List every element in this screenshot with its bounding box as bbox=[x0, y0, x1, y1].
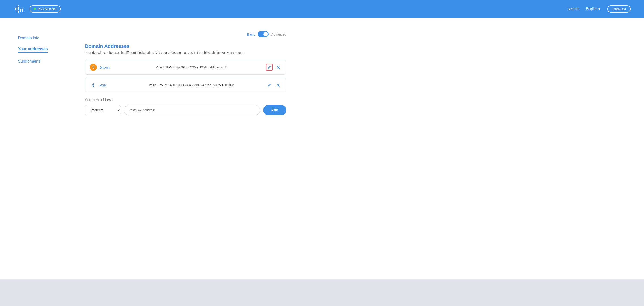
svg-rect-3 bbox=[16, 8, 18, 9]
rsk-address-row: RSK Value: 0x2824B21E348D520a50cDDFA77ba… bbox=[85, 78, 286, 92]
rsk-delete-button[interactable] bbox=[275, 82, 282, 88]
svg-point-15 bbox=[92, 83, 94, 85]
rsk-address-value: Value: 0x2824B21E348D520a50cDDFA77ba1588… bbox=[118, 83, 266, 87]
sidebar-item-domain-info[interactable]: Domain info bbox=[18, 36, 67, 40]
add-address-title: Add new address bbox=[85, 98, 286, 102]
svg-rect-5 bbox=[16, 11, 18, 11]
bitcoin-address-value: Value: 1FZuPjFqcQGgxYY2wyHGXFHyFtjuswspU… bbox=[118, 65, 266, 69]
rsk-coin-label: RSK bbox=[100, 83, 118, 87]
rif-logo-icon: rif bbox=[14, 3, 24, 14]
logo: rif bbox=[14, 3, 24, 14]
advanced-label: Advanced bbox=[271, 32, 286, 36]
svg-rect-7 bbox=[18, 7, 19, 7]
svg-rect-10 bbox=[18, 11, 19, 11]
close-icon bbox=[276, 65, 280, 69]
add-address-section: Add new address Ethereum Bitcoin RSK Lit… bbox=[85, 98, 286, 115]
bitcoin-coin-label: Bitcoin bbox=[100, 65, 118, 69]
svg-rect-11 bbox=[18, 12, 19, 13]
sidebar-nav: Domain info Your addresses Subdomains bbox=[18, 31, 67, 266]
pencil-icon bbox=[268, 83, 271, 87]
language-selector[interactable]: English ▾ bbox=[586, 7, 600, 11]
rsk-row-actions bbox=[266, 82, 282, 88]
network-status-dot bbox=[34, 8, 36, 10]
bitcoin-row-actions bbox=[266, 64, 282, 71]
bitcoin-delete-button[interactable] bbox=[275, 64, 282, 71]
svg-text:rif: rif bbox=[20, 7, 24, 13]
language-label: English bbox=[586, 7, 598, 11]
chain-select[interactable]: Ethereum Bitcoin RSK Litecoin bbox=[85, 105, 121, 115]
svg-rect-1 bbox=[15, 9, 16, 10]
bitcoin-edit-button[interactable] bbox=[266, 64, 272, 71]
header-right: search English ▾ charlie.rsk bbox=[568, 5, 630, 12]
user-account-button[interactable]: charlie.rsk bbox=[607, 5, 630, 12]
chevron-down-icon: ▾ bbox=[598, 7, 600, 11]
svg-rect-0 bbox=[15, 8, 16, 9]
svg-rect-2 bbox=[16, 7, 18, 7]
pencil-icon bbox=[268, 65, 271, 69]
section-title: Domain Addresses bbox=[85, 43, 286, 49]
search-link[interactable]: search bbox=[568, 7, 579, 11]
network-label: RSK MainNet bbox=[38, 7, 56, 11]
address-input[interactable] bbox=[124, 105, 260, 115]
bitcoin-address-row: ₿ Bitcoin Value: 1FZuPjFqcQGgxYY2wyHGXFH… bbox=[85, 60, 286, 75]
svg-rect-9 bbox=[18, 9, 19, 10]
basic-advanced-toggle[interactable] bbox=[258, 31, 268, 37]
footer-decoration bbox=[0, 279, 644, 306]
section-description: Your domain can be used in different blo… bbox=[85, 51, 286, 54]
svg-rect-6 bbox=[18, 5, 19, 6]
network-badge[interactable]: RSK MainNet bbox=[30, 5, 60, 12]
bitcoin-coin-icon: ₿ bbox=[90, 64, 97, 71]
header-left: rif RSK MainNet bbox=[14, 3, 60, 14]
rsk-edit-button[interactable] bbox=[266, 82, 272, 88]
svg-point-16 bbox=[92, 86, 94, 87]
add-address-button[interactable]: Add bbox=[263, 105, 286, 115]
content-area: Basic Advanced Domain Addresses Your dom… bbox=[85, 31, 286, 266]
sidebar-item-your-addresses[interactable]: Your addresses bbox=[18, 47, 48, 53]
sidebar-item-subdomains[interactable]: Subdomains bbox=[18, 59, 67, 64]
svg-rect-4 bbox=[16, 9, 18, 10]
add-address-row: Ethereum Bitcoin RSK Litecoin Add bbox=[85, 105, 286, 115]
basic-label: Basic bbox=[247, 32, 255, 36]
header: rif RSK MainNet search English ▾ charlie… bbox=[0, 0, 644, 18]
svg-rect-8 bbox=[18, 8, 19, 9]
rsk-coin-icon bbox=[90, 81, 97, 89]
main-content: Domain info Your addresses Subdomains Ba… bbox=[0, 18, 644, 279]
close-icon bbox=[276, 83, 280, 87]
view-toggle-row: Basic Advanced bbox=[85, 31, 286, 37]
